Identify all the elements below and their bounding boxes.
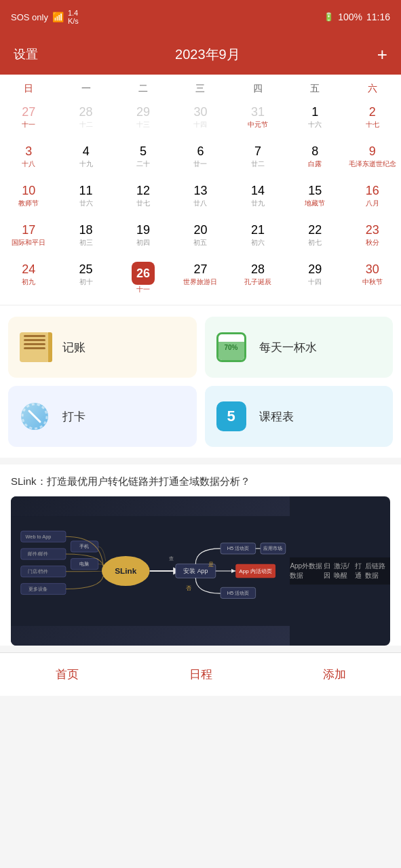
calendar-day-14[interactable]: 14廿九: [229, 179, 286, 218]
promo-bottom-bar: App外数据数据 归因 激活/唤醒 打通 后链路数据: [290, 557, 390, 585]
nav-add[interactable]: 添加: [267, 653, 401, 696]
calendar-day-21[interactable]: 21初六: [229, 218, 286, 258]
calendar-day-7[interactable]: 7廿二: [229, 140, 286, 179]
calendar-day-15[interactable]: 15地藏节: [286, 179, 343, 218]
calendar-day-11[interactable]: 11廿六: [57, 179, 114, 218]
battery-icon: 🔋: [324, 12, 334, 22]
calendar-day-17[interactable]: 17国际和平日: [0, 218, 57, 258]
schedule-icon: 5: [214, 399, 248, 433]
calendar-day-30[interactable]: 30中秋节: [344, 258, 401, 298]
svg-text:是: 是: [208, 561, 214, 568]
calendar-day-26[interactable]: 26十一: [115, 258, 172, 298]
promo-section: SLink：打造最优用户转化链路并打通全域数据分析？ Web to App 邮件…: [0, 465, 401, 646]
weekday-fri: 五: [286, 80, 343, 98]
slink-diagram-svg: Web to App 邮件/邮件 门店/挡件 更多设备 手机 电脑: [11, 496, 290, 646]
svg-text:查: 查: [169, 555, 174, 561]
promo-title: SLink：打造最优用户转化链路并打通全域数据分析？: [11, 475, 390, 488]
calendar-day-1[interactable]: 1十六: [286, 100, 343, 140]
checkin-label: 打卡: [62, 409, 85, 425]
svg-text:门店/挡件: 门店/挡件: [28, 568, 48, 574]
svg-text:安装 App: 安装 App: [183, 568, 208, 574]
signal-icon: 📶: [52, 12, 64, 22]
calendar-grid: 27十一28十二29十三30十四31中元节1十六2十七3十八4十九5二十6廿一7…: [0, 100, 401, 298]
calendar-day-16[interactable]: 16八月: [344, 179, 401, 218]
water-icon: 70%: [214, 330, 248, 364]
calendar-section: 日 一 二 三 四 五 六 27十一28十二29十三30十四31中元节1十六2十…: [0, 75, 401, 304]
calendar-day-31[interactable]: 31中元节: [229, 100, 286, 140]
status-bar: SOS only 📶 1.4K/s 🔋 100% 11:16: [0, 0, 401, 34]
calendar-day-18[interactable]: 18初三: [57, 218, 114, 258]
calendar-day-5[interactable]: 5二十: [115, 140, 172, 179]
calendar-day-28[interactable]: 28孔子诞辰: [229, 258, 286, 298]
weekday-wed: 三: [172, 80, 229, 98]
network-speed: 1.4K/s: [68, 9, 79, 25]
svg-text:Web to App: Web to App: [26, 534, 52, 540]
calendar-day-20[interactable]: 20初五: [172, 218, 229, 258]
ledger-label: 记账: [62, 340, 85, 355]
calendar-day-6[interactable]: 6廿一: [172, 140, 229, 179]
calendar-day-29[interactable]: 29十四: [286, 258, 343, 298]
ledger-icon: [18, 330, 52, 364]
calendar-day-2[interactable]: 2十七: [344, 100, 401, 140]
app-header: 设置 2023年9月 +: [0, 34, 401, 75]
svg-text:邮件/邮件: 邮件/邮件: [28, 551, 48, 557]
svg-text:App 内活动页: App 内活动页: [239, 568, 272, 574]
svg-text:电脑: 电脑: [79, 561, 89, 567]
promo-label-5: 后链路数据: [365, 561, 390, 580]
weekday-header-row: 日 一 二 三 四 五 六: [0, 75, 401, 100]
weekday-tue: 二: [115, 80, 172, 98]
ledger-widget[interactable]: 记账: [8, 317, 197, 378]
svg-text:更多设备: 更多设备: [28, 586, 47, 592]
promo-label-2: 归因: [324, 561, 334, 580]
svg-line-1: [29, 411, 40, 422]
calendar-month-title: 2023年9月: [175, 45, 240, 64]
calendar-day-8[interactable]: 8白露: [286, 140, 343, 179]
checkin-widget[interactable]: 打卡: [8, 386, 197, 447]
checkin-icon: [18, 399, 52, 433]
weekday-thu: 四: [229, 80, 286, 98]
calendar-day-29[interactable]: 29十三: [115, 100, 172, 140]
nav-home[interactable]: 首页: [0, 653, 134, 696]
calendar-day-19[interactable]: 19初四: [115, 218, 172, 258]
calendar-day-22[interactable]: 22初七: [286, 218, 343, 258]
calendar-day-13[interactable]: 13廿八: [172, 179, 229, 218]
calendar-day-9[interactable]: 9毛泽东逝世纪念: [344, 140, 401, 179]
weekday-sat: 六: [344, 80, 401, 98]
schedule-label: 课程表: [259, 409, 294, 425]
battery-percent: 100%: [338, 12, 362, 22]
calendar-day-12[interactable]: 12廿七: [115, 179, 172, 218]
svg-text:应用市场: 应用市场: [263, 545, 282, 551]
promo-label-4: 打通: [355, 561, 365, 580]
calendar-day-30[interactable]: 30十四: [172, 100, 229, 140]
calendar-day-4[interactable]: 4十九: [57, 140, 114, 179]
nav-schedule[interactable]: 日程: [134, 653, 267, 696]
add-event-button[interactable]: +: [377, 45, 387, 63]
svg-text:H5 活动页: H5 活动页: [227, 590, 249, 596]
calendar-day-3[interactable]: 3十八: [0, 140, 57, 179]
svg-text:手机: 手机: [79, 543, 89, 549]
svg-text:H5 活动页: H5 活动页: [227, 545, 249, 551]
widgets-section: 记账 70% 每天一杯水 打卡 5 课程表: [0, 306, 401, 458]
sos-text: SOS only: [11, 12, 48, 22]
bottom-navigation: 首页 日程 添加: [0, 652, 401, 696]
calendar-day-27[interactable]: 27世界旅游日: [172, 258, 229, 298]
calendar-day-25[interactable]: 25初十: [57, 258, 114, 298]
promo-label-3: 激活/唤醒: [334, 561, 355, 580]
svg-text:SLink: SLink: [115, 566, 136, 575]
svg-text:否: 否: [186, 585, 191, 591]
status-left: SOS only 📶 1.4K/s: [11, 9, 79, 25]
settings-button[interactable]: 设置: [14, 46, 38, 62]
weekday-sun: 日: [0, 80, 57, 98]
status-right: 🔋 100% 11:16: [324, 12, 390, 22]
calendar-day-23[interactable]: 23秋分: [344, 218, 401, 258]
weekday-mon: 一: [57, 80, 114, 98]
schedule-widget[interactable]: 5 课程表: [205, 386, 394, 447]
water-widget[interactable]: 70% 每天一杯水: [205, 317, 394, 378]
calendar-day-28[interactable]: 28十二: [57, 100, 114, 140]
promo-label-1: App外数据数据: [290, 561, 324, 580]
promo-image: Web to App 邮件/邮件 门店/挡件 更多设备 手机 电脑: [11, 496, 390, 646]
calendar-day-24[interactable]: 24初九: [0, 258, 57, 298]
calendar-day-10[interactable]: 10教师节: [0, 179, 57, 218]
calendar-day-27[interactable]: 27十一: [0, 100, 57, 140]
time-display: 11:16: [366, 12, 390, 22]
